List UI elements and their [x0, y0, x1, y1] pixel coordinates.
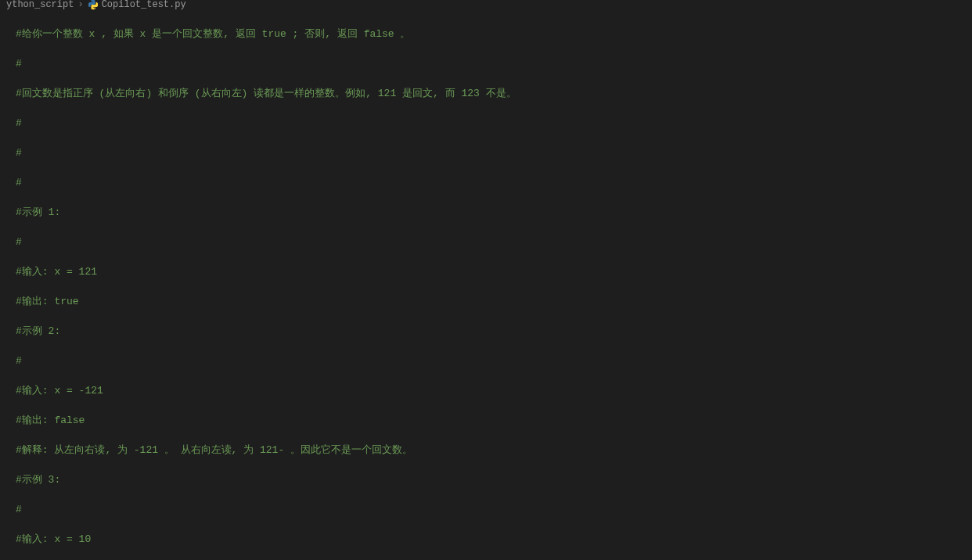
comment-line: #输出: true	[16, 296, 79, 307]
comment-line: #给你一个整数 x , 如果 x 是一个回文整数, 返回 true ; 否则, …	[16, 28, 410, 40]
comment-line: #示例 2:	[16, 325, 60, 337]
comment-line: #输入: x = -121	[16, 385, 103, 397]
comment-line: #	[16, 58, 22, 70]
breadcrumb-file[interactable]: Copilot_test.py	[102, 0, 186, 13]
comment-line: #输入: x = 10	[16, 533, 91, 545]
breadcrumb-folder[interactable]: ython_script	[6, 0, 74, 13]
comment-line: #输入: x = 121	[16, 266, 97, 278]
comment-line: #	[16, 236, 22, 248]
comment-line: #	[16, 147, 28, 159]
comment-line: #示例 1:	[16, 206, 60, 218]
code-editor[interactable]: #给你一个整数 x , 如果 x 是一个回文整数, 返回 true ; 否则, …	[0, 9, 972, 560]
breadcrumb-separator: ›	[77, 0, 83, 13]
comment-line: #示例 3:	[16, 474, 60, 486]
comment-line: #	[16, 117, 22, 129]
comment-line: #输出: false	[16, 415, 85, 426]
comment-line: #	[16, 355, 22, 367]
python-file-icon	[88, 0, 99, 10]
comment-line: #解释: 从左向右读, 为 -121 。 从右向左读, 为 121- 。因此它不…	[16, 444, 412, 456]
comment-line: #	[16, 504, 22, 515]
comment-line: #	[16, 177, 22, 188]
breadcrumb[interactable]: ython_script › Copilot_test.py	[0, 0, 972, 9]
comment-line: #回文数是指正序 (从左向右) 和倒序 (从右向左) 读都是一样的整数。例如, …	[16, 88, 517, 99]
